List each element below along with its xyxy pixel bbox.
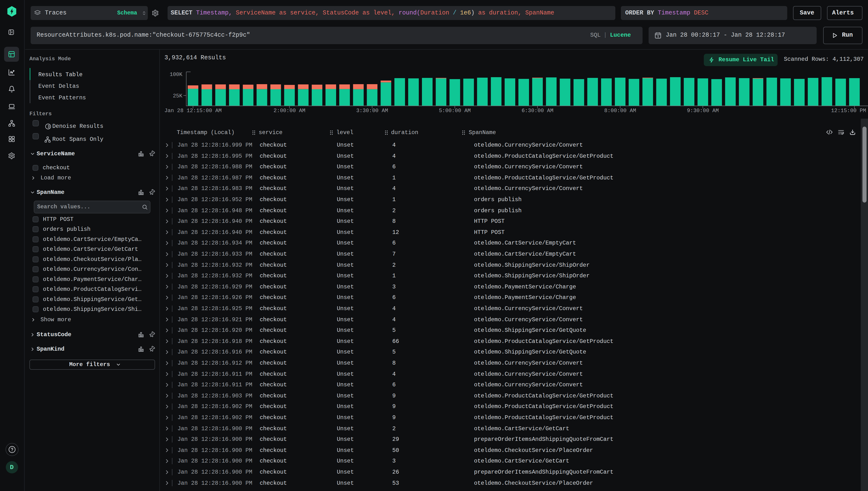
svg-text:2:00:00 AM: 2:00:00 AM bbox=[273, 108, 305, 114]
svg-text:8:00:00 AM: 8:00:00 AM bbox=[604, 108, 636, 114]
svg-text:100K: 100K bbox=[170, 71, 183, 78]
svg-text:12:15:00 PM: 12:15:00 PM bbox=[831, 108, 866, 114]
svg-text:9:30:00 AM: 9:30:00 AM bbox=[687, 108, 719, 114]
svg-text:25K: 25K bbox=[173, 93, 182, 99]
svg-text:6:30:00 AM: 6:30:00 AM bbox=[521, 108, 553, 114]
svg-text:3:30:00 AM: 3:30:00 AM bbox=[356, 108, 388, 114]
svg-text:Jan 28 12:15:00 AM: Jan 28 12:15:00 AM bbox=[164, 108, 222, 114]
svg-text:5:00:00 AM: 5:00:00 AM bbox=[439, 108, 471, 114]
